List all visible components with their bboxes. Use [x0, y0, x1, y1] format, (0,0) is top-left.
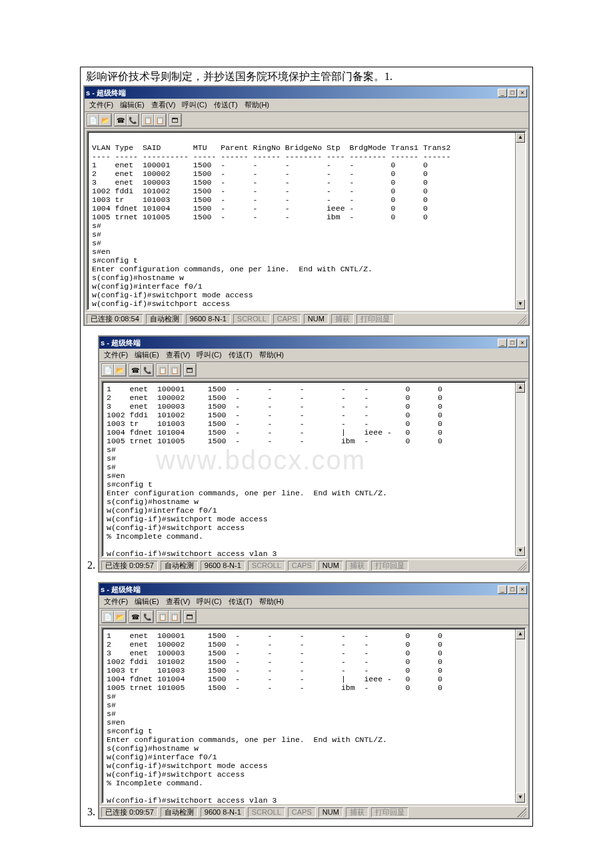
- toolbar: 📄📂 ☎📞 📋📋 🗔: [85, 112, 528, 129]
- menu-view[interactable]: 查看(V): [148, 99, 179, 111]
- menu-help[interactable]: 帮助(H): [256, 349, 287, 361]
- menu-help[interactable]: 帮助(H): [241, 99, 273, 111]
- resize-grip-icon[interactable]: [517, 315, 526, 324]
- connect-icon[interactable]: ☎: [115, 114, 127, 126]
- new-icon[interactable]: 📄: [102, 364, 114, 376]
- scroll-down-icon[interactable]: ▼: [516, 793, 525, 803]
- terminal-area[interactable]: www.bdocx.com 1 enet 100001 1500 - - - -…: [101, 381, 526, 557]
- titlebar[interactable]: s - 超级终端 _ □ ×: [85, 87, 528, 99]
- receive-icon[interactable]: 📋: [169, 364, 181, 376]
- menu-edit[interactable]: 编辑(E): [131, 596, 163, 607]
- properties-icon[interactable]: 🗔: [184, 611, 196, 623]
- status-detect: 自动检测: [161, 561, 198, 571]
- properties-icon[interactable]: 🗔: [169, 114, 181, 126]
- window-title: s - 超级终端: [101, 585, 498, 595]
- hyperterminal-window-1: s - 超级终端 _ □ × 文件(F) 编辑(E) 查看(V) 呼叫(C) 传…: [83, 85, 530, 326]
- properties-icon[interactable]: 🗔: [184, 364, 196, 376]
- menubar: 文件(F) 编辑(E) 查看(V) 呼叫(C) 传送(T) 帮助(H): [99, 595, 528, 609]
- menubar: 文件(F) 编辑(E) 查看(V) 呼叫(C) 传送(T) 帮助(H): [85, 99, 528, 112]
- hyperterminal-window-2: s - 超级终端 _ □ × 文件(F) 编辑(E) 查看(V) 呼叫(C) 传…: [98, 335, 530, 573]
- open-icon[interactable]: 📂: [114, 364, 126, 376]
- status-caps: CAPS: [288, 561, 316, 571]
- window-title: s - 超级终端: [86, 88, 498, 98]
- open-icon[interactable]: 📂: [114, 611, 126, 623]
- menubar: 文件(F) 编辑(E) 查看(V) 呼叫(C) 传送(T) 帮助(H): [99, 349, 528, 362]
- status-mode: 9600 8-N-1: [201, 807, 245, 817]
- new-icon[interactable]: 📄: [87, 114, 99, 126]
- menu-transfer[interactable]: 传送(T): [225, 349, 256, 361]
- scroll-down-icon[interactable]: ▼: [516, 546, 525, 556]
- scroll-up-icon[interactable]: ▲: [516, 383, 525, 393]
- resize-grip-icon[interactable]: [517, 561, 526, 571]
- status-detect: 自动检测: [146, 314, 183, 324]
- titlebar[interactable]: s - 超级终端 _ □ ×: [99, 337, 528, 349]
- menu-call[interactable]: 呼叫(C): [179, 99, 210, 111]
- scroll-down-icon[interactable]: ▼: [516, 299, 525, 309]
- connect-icon[interactable]: ☎: [129, 364, 141, 376]
- toolbar: 📄📂 ☎📞 📋📋 🗔: [99, 362, 528, 379]
- menu-call[interactable]: 呼叫(C): [193, 349, 225, 361]
- scroll-up-icon[interactable]: ▲: [516, 629, 525, 639]
- new-icon[interactable]: 📄: [102, 611, 114, 623]
- status-scroll: SCROLL: [233, 314, 271, 324]
- hyperterminal-window-3: s - 超级终端 _ □ × 文件(F) 编辑(E) 查看(V) 呼叫(C) 传…: [98, 582, 530, 819]
- titlebar[interactable]: s - 超级终端 _ □ ×: [99, 583, 528, 595]
- maximize-button[interactable]: □: [508, 585, 517, 594]
- status-capture: 捕获: [346, 561, 368, 571]
- terminal-output[interactable]: VLAN Type SAID MTU Parent RingNo BridgeN…: [89, 133, 515, 309]
- disconnect-icon[interactable]: 📞: [127, 114, 139, 126]
- minimize-button[interactable]: _: [498, 585, 507, 594]
- statusbar: 已连接 0:08:54 自动检测 9600 8-N-1 SCROLL CAPS …: [85, 313, 528, 325]
- terminal-area[interactable]: 1 enet 100001 1500 - - - - - 0 0 2 enet …: [101, 627, 526, 804]
- status-print: 打印回显: [371, 807, 408, 817]
- menu-view[interactable]: 查看(V): [163, 596, 194, 607]
- maximize-button[interactable]: □: [508, 89, 517, 97]
- status-mode: 9600 8-N-1: [201, 561, 245, 571]
- receive-icon[interactable]: 📋: [169, 611, 181, 623]
- minimize-button[interactable]: _: [498, 339, 507, 347]
- scroll-up-icon[interactable]: ▲: [516, 133, 525, 143]
- menu-edit[interactable]: 编辑(E): [131, 349, 163, 361]
- disconnect-icon[interactable]: 📞: [141, 364, 153, 376]
- menu-edit[interactable]: 编辑(E): [117, 99, 148, 111]
- menu-file[interactable]: 文件(F): [101, 349, 131, 361]
- menu-transfer[interactable]: 传送(T): [211, 99, 241, 111]
- resize-grip-icon[interactable]: [517, 808, 526, 817]
- close-button[interactable]: ×: [518, 89, 527, 97]
- menu-transfer[interactable]: 传送(T): [225, 596, 256, 607]
- close-button[interactable]: ×: [518, 585, 527, 594]
- terminal-output[interactable]: 1 enet 100001 1500 - - - - - 0 0 2 enet …: [103, 383, 515, 556]
- status-capture: 捕获: [346, 807, 368, 817]
- status-scroll: SCROLL: [248, 561, 285, 571]
- terminal-output[interactable]: 1 enet 100001 1500 - - - - - 0 0 2 enet …: [103, 629, 515, 803]
- document-heading: 影响评价技术导则制定，并抄送国务院环境保护主管部门备案。1.: [83, 69, 530, 85]
- menu-help[interactable]: 帮助(H): [256, 596, 287, 607]
- toolbar: 📄📂 ☎📞 📋📋 🗔: [99, 609, 528, 625]
- status-caps: CAPS: [273, 314, 301, 324]
- menu-file[interactable]: 文件(F): [86, 99, 117, 111]
- menu-view[interactable]: 查看(V): [163, 349, 194, 361]
- close-button[interactable]: ×: [518, 339, 527, 347]
- statusbar: 已连接 0:09:57 自动检测 9600 8-N-1 SCROLL CAPS …: [99, 559, 528, 571]
- vertical-scrollbar[interactable]: ▲▼: [515, 133, 525, 309]
- vertical-scrollbar[interactable]: ▲▼: [515, 383, 525, 556]
- terminal-area[interactable]: VLAN Type SAID MTU Parent RingNo BridgeN…: [87, 131, 526, 311]
- vertical-scrollbar[interactable]: ▲▼: [515, 629, 525, 803]
- send-icon[interactable]: 📋: [157, 364, 169, 376]
- disconnect-icon[interactable]: 📞: [141, 611, 153, 623]
- maximize-button[interactable]: □: [508, 339, 517, 347]
- send-icon[interactable]: 📋: [142, 114, 154, 126]
- receive-icon[interactable]: 📋: [154, 114, 166, 126]
- status-num: NUM: [318, 561, 343, 571]
- minimize-button[interactable]: _: [498, 89, 507, 97]
- menu-file[interactable]: 文件(F): [101, 596, 131, 607]
- window-title: s - 超级终端: [101, 338, 498, 348]
- menu-call[interactable]: 呼叫(C): [193, 596, 225, 607]
- connect-icon[interactable]: ☎: [129, 611, 141, 623]
- status-scroll: SCROLL: [248, 807, 285, 817]
- status-connection: 已连接 0:09:57: [101, 561, 158, 571]
- open-icon[interactable]: 📂: [99, 114, 111, 126]
- send-icon[interactable]: 📋: [157, 611, 169, 623]
- status-num: NUM: [304, 314, 328, 324]
- document-border: 影响评价技术导则制定，并抄送国务院环境保护主管部门备案。1. s - 超级终端 …: [80, 67, 533, 827]
